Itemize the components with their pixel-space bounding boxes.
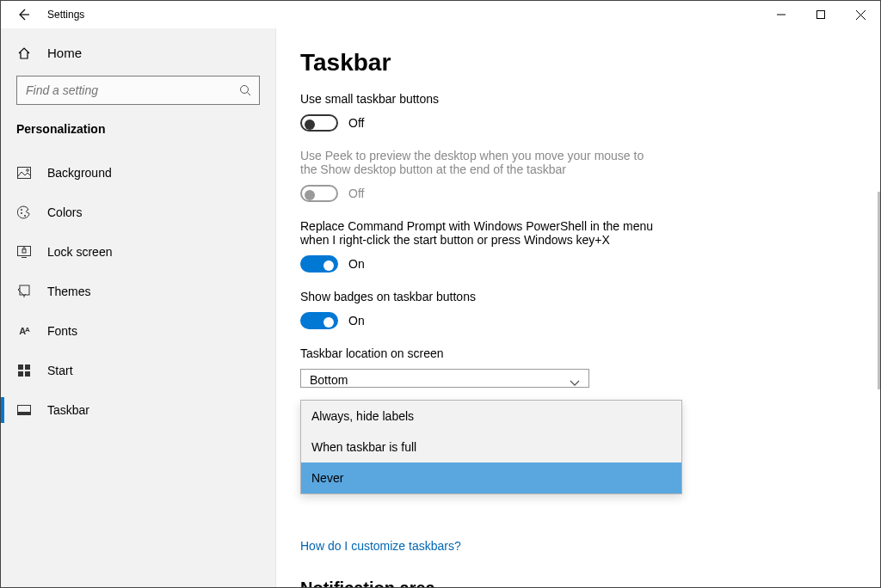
dropdown-option[interactable]: When taskbar is full [301, 432, 681, 462]
sidebar-item-lock-screen[interactable]: Lock screen [1, 232, 275, 272]
sidebar-item-label: Start [47, 364, 73, 377]
select-taskbar-location[interactable]: Bottom [300, 369, 589, 388]
setting-label: Replace Command Prompt with Windows Powe… [300, 219, 662, 247]
home-button[interactable]: Home [1, 39, 275, 67]
palette-icon [16, 205, 32, 219]
setting-label: Use Peek to preview the desktop when you… [300, 149, 662, 176]
toggle-badges[interactable] [300, 312, 338, 329]
home-label: Home [47, 46, 82, 60]
dropdown-option-selected[interactable]: Never [301, 462, 681, 493]
maximize-button[interactable] [801, 1, 841, 28]
category-heading: Personalization [1, 117, 275, 153]
taskbar-icon [16, 405, 32, 415]
home-icon [16, 46, 32, 60]
close-button[interactable] [841, 1, 880, 28]
svg-rect-8 [22, 249, 26, 253]
setting-powershell: Replace Command Prompt with Windows Powe… [300, 219, 782, 273]
sidebar-item-label: Colors [47, 205, 82, 219]
setting-small-buttons: Use small taskbar buttons Off [300, 92, 782, 132]
toggle-small-buttons[interactable] [300, 114, 338, 132]
help-link[interactable]: How do I customize taskbars? [300, 539, 461, 553]
toggle-state: Off [348, 116, 364, 130]
svg-point-1 [241, 86, 249, 94]
sidebar-item-label: Fonts [47, 324, 77, 338]
page-title: Taskbar [300, 49, 856, 77]
search-box[interactable] [16, 76, 260, 105]
sidebar: Home Personalization Background [1, 28, 276, 587]
chevron-down-icon [570, 380, 580, 387]
toggle-state: Off [348, 187, 364, 200]
section-heading-notification: Notification area [300, 579, 435, 587]
setting-label: Show badges on taskbar buttons [300, 290, 782, 303]
setting-badges: Show badges on taskbar buttons On [300, 290, 782, 329]
sidebar-item-taskbar[interactable]: Taskbar [1, 390, 275, 430]
svg-rect-15 [18, 412, 30, 414]
sidebar-item-label: Taskbar [47, 403, 89, 417]
sidebar-item-label: Lock screen [47, 245, 112, 259]
setting-label: Taskbar location on screen [300, 346, 782, 360]
minimize-button[interactable] [761, 1, 801, 28]
themes-icon [16, 285, 32, 298]
search-input[interactable] [16, 76, 260, 105]
svg-point-4 [21, 209, 22, 211]
lock-screen-icon [16, 246, 32, 258]
svg-rect-10 [18, 364, 23, 370]
fonts-icon: AA [16, 326, 32, 336]
select-value: Bottom [310, 373, 348, 387]
sidebar-item-themes[interactable]: Themes [1, 272, 275, 311]
window-title: Settings [47, 9, 84, 21]
svg-rect-13 [25, 371, 30, 377]
toggle-state: On [348, 257, 365, 271]
sidebar-item-label: Themes [47, 285, 91, 298]
dropdown-combine-buttons[interactable]: Always, hide labels When taskbar is full… [300, 400, 682, 494]
svg-point-5 [21, 212, 22, 214]
search-icon [239, 84, 251, 96]
svg-rect-12 [18, 371, 23, 377]
sidebar-item-background[interactable]: Background [1, 153, 275, 193]
sidebar-item-start[interactable]: Start [1, 351, 275, 390]
svg-point-3 [27, 169, 29, 172]
content-pane: Taskbar Use small taskbar buttons Off Us… [276, 28, 880, 587]
scrollbar[interactable] [878, 192, 880, 389]
sidebar-item-label: Background [47, 166, 112, 180]
dropdown-option[interactable]: Always, hide labels [301, 401, 681, 432]
sidebar-item-colors[interactable]: Colors [1, 193, 275, 232]
nav-list: Background Colors Lock screen [1, 153, 275, 430]
setting-peek: Use Peek to preview the desktop when you… [300, 149, 782, 202]
titlebar: Settings [1, 1, 880, 28]
toggle-state: On [348, 314, 365, 328]
svg-point-6 [24, 215, 26, 217]
setting-label: Use small taskbar buttons [300, 92, 782, 106]
svg-rect-7 [18, 247, 31, 256]
toggle-peek [300, 185, 338, 202]
picture-icon [16, 167, 32, 179]
svg-rect-2 [18, 168, 31, 179]
sidebar-item-fonts[interactable]: AA Fonts [1, 311, 275, 351]
back-button[interactable] [16, 8, 30, 21]
svg-rect-0 [817, 11, 825, 19]
start-icon [16, 364, 32, 377]
setting-taskbar-location: Taskbar location on screen Bottom [300, 346, 782, 388]
toggle-powershell[interactable] [300, 255, 338, 273]
svg-rect-11 [25, 364, 30, 370]
